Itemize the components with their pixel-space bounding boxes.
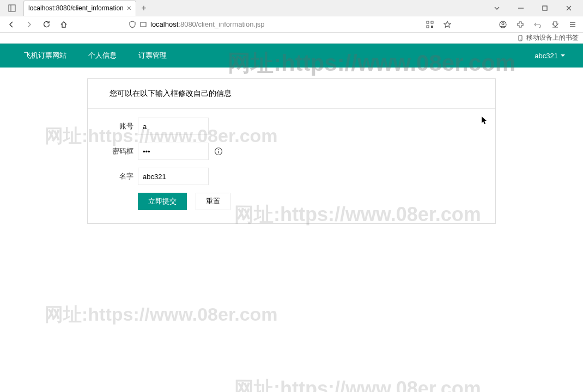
maximize-icon[interactable] — [535, 0, 555, 16]
shield-icon — [129, 21, 136, 28]
download-icon[interactable] — [549, 21, 561, 28]
caret-down-icon — [560, 53, 566, 58]
undo-icon[interactable] — [532, 21, 544, 28]
name-input[interactable] — [138, 168, 209, 185]
nav-item-home[interactable]: 飞机订票网站 — [13, 44, 77, 68]
back-button[interactable] — [4, 17, 19, 32]
new-tab-button[interactable]: + — [136, 1, 151, 16]
svg-point-17 — [520, 39, 520, 40]
form-row-password: 密码框 — [110, 143, 473, 160]
info-icon[interactable] — [214, 147, 223, 156]
browser-tab-bar: localhost:8080/client_information × + — [0, 0, 583, 16]
svg-rect-7 — [427, 21, 429, 23]
svg-point-12 — [502, 22, 504, 24]
form-row-account: 账号 — [110, 118, 473, 135]
reload-button[interactable] — [39, 17, 53, 32]
close-window-icon[interactable] — [559, 0, 579, 16]
nav-item-orders[interactable]: 订票管理 — [127, 44, 178, 68]
forward-button[interactable] — [22, 17, 36, 32]
svg-rect-6 — [141, 22, 146, 27]
nav-user-menu[interactable]: abc321 — [535, 52, 570, 60]
password-input[interactable] — [138, 143, 209, 160]
bookmark-hint-text: 移动设备上的书签 — [526, 33, 579, 42]
profile-card: 您可以在以下输入框修改自己的信息 账号 密码框 名字 立即提交 重置 — [87, 78, 496, 224]
account-input[interactable] — [138, 118, 209, 135]
password-label: 密码框 — [110, 146, 133, 156]
caret-down-icon[interactable] — [487, 0, 507, 16]
svg-rect-3 — [543, 6, 547, 10]
svg-rect-9 — [427, 26, 429, 28]
close-tab-icon[interactable]: × — [127, 4, 131, 13]
hamburger-icon[interactable] — [567, 21, 579, 28]
svg-point-19 — [218, 149, 219, 150]
form-row-name: 名字 — [110, 168, 473, 185]
info-icon — [139, 21, 147, 28]
url-text: localhost:8080/client_information.jsp — [150, 20, 265, 28]
svg-rect-8 — [431, 21, 433, 23]
qr-icon[interactable] — [424, 21, 436, 28]
account-icon[interactable] — [497, 21, 509, 28]
bookmark-hint-bar: 移动设备上的书签 — [0, 33, 583, 44]
address-bar[interactable]: localhost:8080/client_information.jsp — [129, 20, 421, 28]
nav-user-name: abc321 — [535, 52, 558, 60]
browser-tab[interactable]: localhost:8080/client_information × — [23, 1, 136, 16]
account-label: 账号 — [110, 121, 133, 131]
watermark: 网址:https://www.08er.com — [234, 376, 481, 392]
watermark: 网址:https://www.08er.com — [45, 302, 278, 327]
svg-rect-0 — [9, 5, 15, 11]
site-nav: 飞机订票网站 个人信息 订票管理 abc321 — [0, 44, 583, 68]
home-button[interactable] — [57, 17, 71, 32]
tab-title: localhost:8080/client_information — [28, 4, 124, 12]
bookmark-star-icon[interactable] — [441, 21, 453, 28]
submit-button[interactable]: 立即提交 — [138, 193, 187, 210]
svg-rect-10 — [431, 26, 433, 28]
name-label: 名字 — [110, 171, 133, 181]
extensions-icon[interactable] — [514, 21, 526, 28]
card-heading: 您可以在以下输入框修改自己的信息 — [88, 79, 495, 109]
minimize-icon[interactable] — [511, 0, 531, 16]
nav-item-profile[interactable]: 个人信息 — [77, 44, 127, 68]
browser-toolbar: localhost:8080/client_information.jsp — [0, 16, 583, 33]
reset-button[interactable]: 重置 — [196, 193, 230, 210]
panel-icon[interactable] — [0, 0, 24, 16]
